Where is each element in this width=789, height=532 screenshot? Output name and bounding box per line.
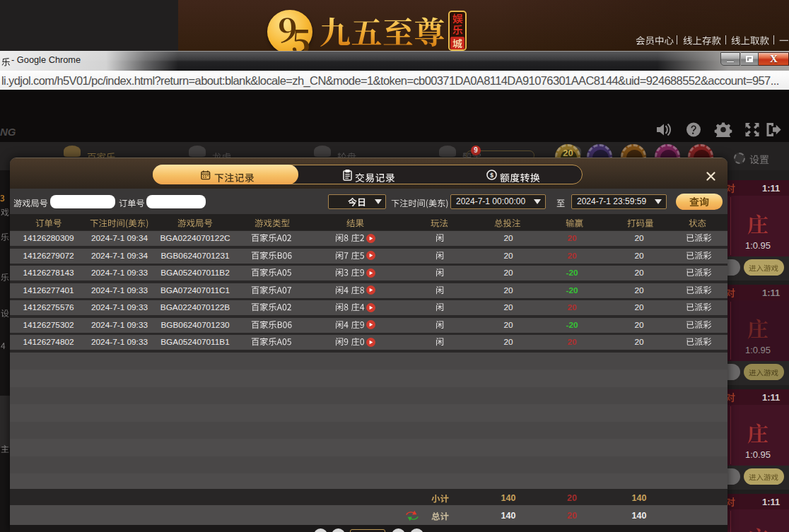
svg-text:$: $ — [490, 172, 493, 179]
